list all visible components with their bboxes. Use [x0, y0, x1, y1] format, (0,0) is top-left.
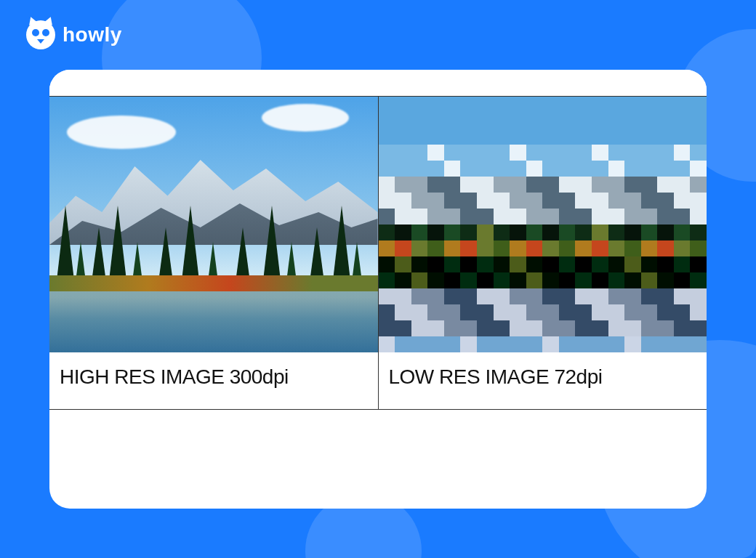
low-res-caption: LOW RES IMAGE 72dpi [389, 365, 697, 389]
low-res-panel: LOW RES IMAGE 72dpi [378, 97, 707, 409]
brand-name: howly [63, 23, 122, 46]
low-res-image [379, 97, 707, 352]
comparison-panels: HIGH RES IMAGE 300dpi LOW RES IMAGE 72dp… [49, 97, 707, 409]
high-res-image [49, 97, 378, 352]
brand-logo: howly [26, 20, 122, 49]
card-top-spacer [49, 70, 707, 96]
comparison-card: HIGH RES IMAGE 300dpi LOW RES IMAGE 72dp… [49, 70, 707, 509]
high-res-panel: HIGH RES IMAGE 300dpi [49, 97, 378, 409]
divider-line [49, 409, 707, 410]
owl-icon [26, 20, 55, 49]
high-res-caption: HIGH RES IMAGE 300dpi [60, 365, 368, 389]
